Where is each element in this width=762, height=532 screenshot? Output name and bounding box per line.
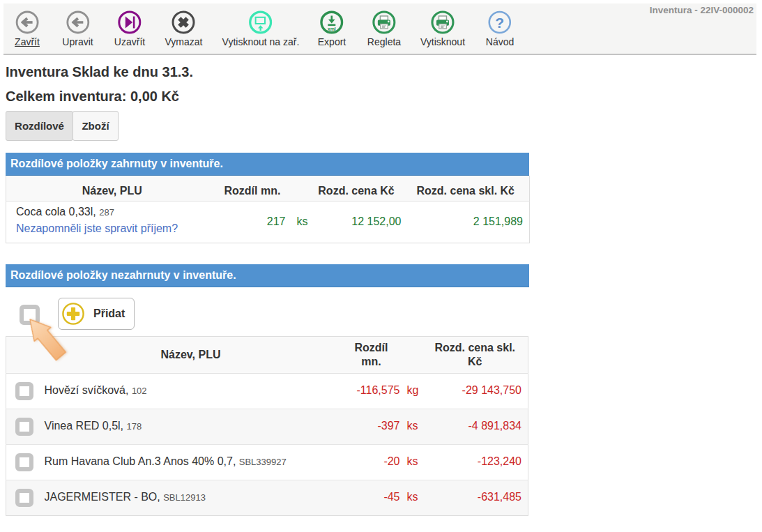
svg-text:xml: xml	[328, 26, 336, 31]
svg-text:?: ?	[496, 15, 505, 31]
